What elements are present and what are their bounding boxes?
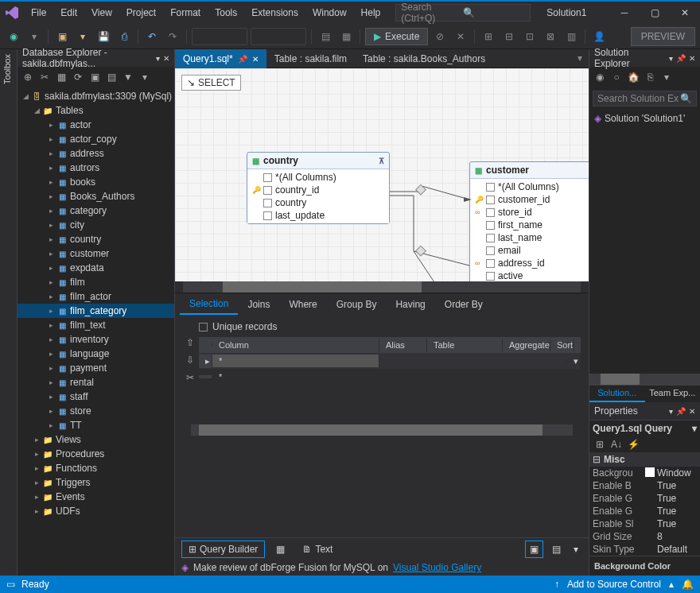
prop-category[interactable]: ⊟ Misc [589,452,700,467]
column-checkbox[interactable] [263,173,272,182]
table-country[interactable]: ▦ country ⊼ *(All Columns)🔑country_idcou… [247,152,390,224]
table-node-Books_Authors[interactable]: ▸▦Books_Authors [18,189,174,203]
save-all-icon[interactable]: ⎙ [115,28,133,45]
table-node-category[interactable]: ▸▦category [18,203,174,218]
table-node-actor[interactable]: ▸▦actor [18,118,174,132]
events-icon[interactable]: ⚡ [626,437,640,452]
query-designer[interactable]: ↘ SELECT ▦ country ⊼ *(All Columns)🔑coun… [175,68,589,281]
table-node-film_category[interactable]: ▸▦film_category [18,304,174,318]
close-icon[interactable]: ✕ [163,54,169,63]
minimize-button[interactable]: ─ [609,1,640,25]
column-checkbox[interactable] [486,183,495,192]
column-row[interactable]: 🔑country_id [247,184,389,196]
column-row[interactable]: email [470,244,589,257]
db-root-node[interactable]: ◢ 🗄 sakila.dbfmylast:3309 (MySql) [18,89,174,103]
solution-root[interactable]: ◈ Solution 'Solution1' [591,111,698,126]
menu-window[interactable]: Window [305,3,354,22]
col-alias[interactable]: Alias [379,339,427,351]
doc-tab[interactable]: Table : sakila.Books_Authors [355,49,493,68]
column-checkbox[interactable] [263,211,272,220]
column-row[interactable]: country [247,196,389,209]
column-row[interactable]: 🔑customer_id [470,193,589,206]
expand-icon[interactable]: ▸ [46,278,56,286]
platform-dropdown[interactable] [251,28,306,45]
expand-icon[interactable]: ▸ [46,350,56,358]
table-node-store[interactable]: ▸▦store [18,404,174,418]
table-node-staff[interactable]: ▸▦staff [18,390,174,404]
promo-link[interactable]: Visual Studio Gallery [393,562,481,573]
more-icon[interactable]: ▾ [138,70,152,84]
column-row[interactable]: ∞address_id [470,257,589,269]
table-node-autrors[interactable]: ▸▦autrors [18,161,174,175]
expand-icon[interactable]: ▸ [46,149,56,157]
doc-tab[interactable]: Query1.sql*📌✕ [175,49,266,68]
folder-node-procedures[interactable]: ▸📁Procedures [18,447,174,461]
pin-icon[interactable]: 📌 [676,407,686,416]
table-node-books[interactable]: ▸▦books [18,175,174,189]
expand-icon[interactable]: ▸ [46,207,56,215]
delete-icon[interactable]: ✂ [183,370,197,385]
se-scrollbar[interactable] [589,374,700,385]
tables-folder[interactable]: ◢ 📁 Tables [18,103,174,118]
opt2-icon[interactable]: ⊠ [542,28,559,45]
table-node-language[interactable]: ▸▦language [18,347,174,361]
expand-icon[interactable]: ▸ [32,479,41,486]
col-sort[interactable]: Sort [550,339,574,351]
horizontal-scrollbar[interactable] [183,281,581,293]
unique-checkbox[interactable] [199,323,208,331]
grid-row[interactable]: * [199,369,581,385]
criteria-tab-having[interactable]: Having [386,295,434,314]
property-row[interactable]: Enable SlTrue [589,517,700,530]
layout2-button[interactable]: ▤ [548,541,565,557]
move-up-icon[interactable]: ⇧ [183,335,197,350]
tab-team[interactable]: Team Exp... [645,386,701,402]
table-node-actor_copy[interactable]: ▸▦actor_copy [18,132,174,146]
collapse-icon[interactable]: ◢ [32,107,41,114]
new-icon[interactable]: ▣ [53,28,71,45]
close-icon[interactable]: ✕ [689,54,695,63]
prop-value[interactable]: True [657,518,697,529]
expand-icon[interactable]: ▸ [46,235,56,243]
column-checkbox[interactable] [486,246,495,255]
property-row[interactable]: Skin TypeDefault [589,543,700,556]
dropdown-icon[interactable]: ▴ [669,579,674,590]
props-object[interactable]: Query1.sql Query ▾ [589,421,700,436]
new-query-icon[interactable]: ▣ [88,70,102,84]
table-header[interactable]: ▦ country ⊼ [247,153,389,169]
criteria-tab-where[interactable]: Where [279,295,326,314]
dropdown-icon[interactable]: ▾ [669,407,673,416]
expand-icon[interactable]: ▸ [46,307,56,315]
script-icon[interactable]: ▤ [104,70,119,84]
menu-file[interactable]: File [24,3,53,22]
prop-value[interactable]: Default [657,544,697,555]
expand-icon[interactable]: ▸ [46,164,56,172]
column-checkbox[interactable] [486,234,495,242]
select-tag[interactable]: ↘ SELECT [181,75,241,91]
column-row[interactable]: last_update [247,209,389,222]
back-icon[interactable]: ◉ [5,28,22,45]
folder-node-triggers[interactable]: ▸📁Triggers [18,475,174,490]
back-icon[interactable]: ◉ [593,70,607,84]
preview-button[interactable]: PREVIEW [631,27,695,46]
criteria-tab-order-by[interactable]: Order By [435,295,492,314]
property-row[interactable]: Enable GTrue [589,505,700,517]
column-checkbox[interactable] [486,259,495,268]
toolbox-rail[interactable]: Toolbox [0,49,18,576]
expand-icon[interactable]: ▸ [32,464,41,472]
move-down-icon[interactable]: ⇩ [183,353,197,367]
expand-icon[interactable]: ▸ [46,178,56,186]
expand-icon[interactable]: ▸ [46,393,56,401]
opt3-icon[interactable]: ▥ [562,28,580,45]
tab-solution[interactable]: Solution... [589,386,645,402]
opt1-icon[interactable]: ⊡ [521,28,539,45]
menu-help[interactable]: Help [354,3,388,22]
redo-icon[interactable]: ↷ [164,28,181,45]
collapse-icon[interactable]: ◢ [21,92,30,100]
menu-extensions[interactable]: Extensions [244,3,305,22]
dropdown-icon[interactable]: ▾ [156,54,160,63]
property-row[interactable]: Enable BTrue [589,479,700,492]
connect-icon[interactable]: ⊕ [21,70,35,84]
expand-icon[interactable]: ▸ [32,450,41,458]
menu-format[interactable]: Format [163,3,208,22]
grid-scrollbar[interactable] [191,424,573,436]
